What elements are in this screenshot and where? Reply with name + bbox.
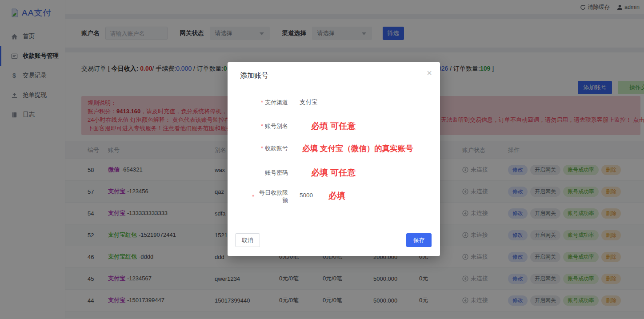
field-account-password: 账号密码 必填 可任意 xyxy=(228,166,440,179)
annotation-password-required: 必填 可任意 xyxy=(311,167,356,179)
annotation-limit-required: 必填 xyxy=(328,190,345,202)
pay-channel-label: 支付渠道 xyxy=(265,99,288,106)
annotation-real-account: 必填 支付宝（微信）的真实账号 xyxy=(302,142,413,155)
field-daily-limit: *每日收款限额 5000 必填 xyxy=(228,189,440,204)
pay-channel-value: 支付宝 xyxy=(300,96,318,109)
account-password-label: 账号密码 xyxy=(265,169,288,176)
field-pay-channel: *支付渠道 支付宝 xyxy=(228,96,440,109)
field-account-alias: *账号别名 必填 可任意 xyxy=(228,119,440,132)
account-alias-label: 账号别名 xyxy=(265,122,288,130)
field-receive-account: *收款账号 必填 支付宝（微信）的真实账号 xyxy=(228,141,440,155)
close-icon[interactable]: × xyxy=(427,68,432,77)
app-window: AA支付 首页 收款账号管理 $ 交易记录 xyxy=(0,0,644,319)
receive-account-label: 收款账号 xyxy=(265,144,288,152)
cancel-button[interactable]: 取消 xyxy=(235,233,260,247)
daily-limit-value: 5000 xyxy=(300,189,313,202)
add-account-modal: 添加账号 × *支付渠道 支付宝 *账号别名 必填 可任意 *收款账号 必填 支… xyxy=(228,62,440,256)
save-button[interactable]: 保存 xyxy=(406,233,432,247)
required-mark: * xyxy=(261,99,263,106)
daily-limit-label: 每日收款限额 xyxy=(256,189,288,204)
annotation-alias-required: 必填 可任意 xyxy=(311,120,356,132)
modal-title: 添加账号 xyxy=(240,71,268,80)
